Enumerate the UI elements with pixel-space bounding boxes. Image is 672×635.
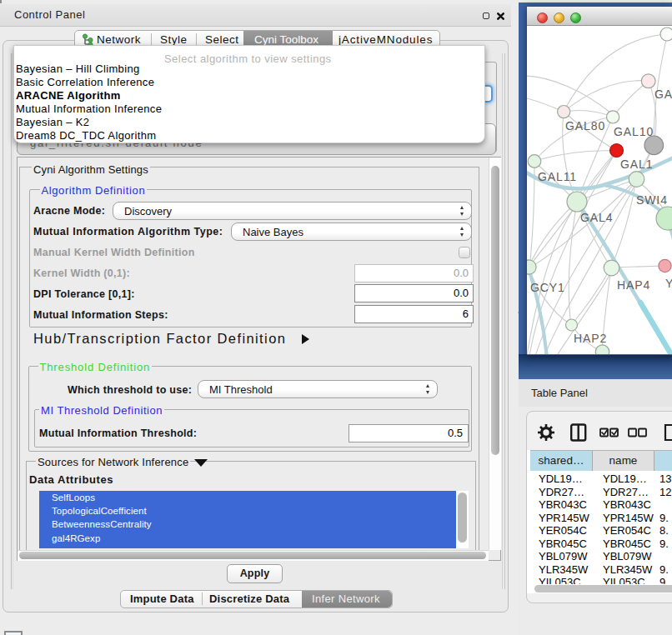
svg-text:GAL10: GAL10 [614,125,654,138]
svg-text:SWI4: SWI4 [636,193,668,207]
svg-text:HAP2: HAP2 [574,332,607,345]
svg-text:GAL4: GAL4 [580,211,613,224]
svg-text:GAL11: GAL11 [538,170,577,183]
svg-text:HAP4: HAP4 [617,278,650,292]
svg-text:GAL1: GAL1 [620,158,653,171]
svg-text:GAL7: GAL7 [654,88,672,101]
svg-text:GCY1: GCY1 [530,281,565,294]
svg-text:GAL80: GAL80 [565,119,605,132]
svg-text:YM: YM [665,277,672,290]
